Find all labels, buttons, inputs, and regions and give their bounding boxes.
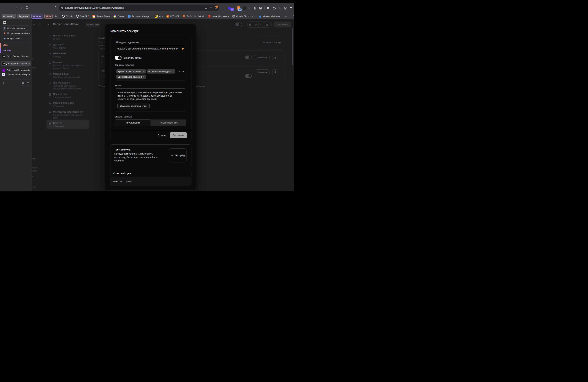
delete-icon[interactable] (264, 22, 270, 27)
space-label-utils[interactable]: Utils (3, 44, 7, 46)
save-button[interactable]: Сохранить (170, 132, 187, 138)
webhook-row-toggle[interactable] (245, 56, 252, 59)
change-secret-button[interactable]: Изменить секретный ключ (117, 103, 150, 109)
bookmark-chatgpt[interactable]: ChatGPT (76, 15, 89, 18)
forward-button[interactable] (20, 6, 23, 9)
workspace-chip-redakcia[interactable]: Редакция (17, 14, 30, 19)
site-info-icon[interactable] (61, 6, 63, 9)
nav-item-workflows[interactable]: Рабочие процессы7 Активный (48, 102, 89, 108)
embed-code-icon[interactable] (259, 22, 264, 27)
address-bar[interactable]: app.cal.com/event-types/1930745?tabName=… (59, 5, 219, 11)
all-bookmarks-button[interactable]: Все закладки (293, 15, 294, 18)
nav-item-advanced[interactable]: РасширенныеНастройки календаря и ещё... (48, 73, 89, 79)
sidebar-toggle-icon[interactable] (267, 6, 270, 10)
event-enabled-toggle[interactable] (235, 22, 242, 26)
nav-item-apps[interactable]: Приложения0 apps, 0 Активный (48, 93, 89, 99)
bookmark-password-manager[interactable]: Password Manage... (128, 15, 151, 18)
event-triggers-multiselect[interactable]: Бронирование отменено× Бронирование созд… (115, 68, 186, 80)
webhook-edit-button[interactable]: Изменить (255, 55, 270, 60)
trigger-chip[interactable]: Бронирование изменено× (116, 75, 146, 79)
back-button[interactable] (15, 6, 18, 9)
apps-grid-icon[interactable] (54, 15, 57, 18)
bookmark-google[interactable]: Google (113, 15, 124, 18)
send-to-device-icon[interactable] (205, 6, 208, 9)
workspace-chip-utils[interactable]: Utils (44, 14, 53, 19)
copy-link-icon[interactable] (253, 22, 259, 27)
share-icon[interactable] (210, 6, 212, 9)
link-icon (48, 35, 51, 37)
toolbar-divider (264, 6, 265, 10)
extension-icon-dark[interactable] (243, 6, 247, 10)
sidebar-tab-make[interactable]: Call.com & Kommo & Sa (1, 68, 31, 72)
extension-badge-icon[interactable]: 1 (214, 6, 217, 9)
back-arrow-icon[interactable] (47, 23, 50, 26)
bookmarks-overflow-chevron[interactable]: » (285, 15, 287, 18)
remove-icon[interactable]: × (143, 76, 144, 78)
pinned-tab-gemini[interactable]: ✦ Google Gemini (2, 36, 30, 41)
wallet-icon[interactable] (273, 7, 276, 10)
extension-icon-ae[interactable]: æ (249, 6, 251, 10)
remove-icon[interactable]: × (172, 70, 173, 73)
vpn-shield-icon[interactable] (284, 7, 287, 10)
bookmark-pstnet[interactable]: PST.NET (167, 15, 179, 18)
page-search-icon[interactable] (259, 7, 262, 10)
clear-all-icon[interactable] (178, 70, 181, 73)
nav-item-recurring[interactable]: ПовторяющеесяНастройте расписание с повт… (48, 81, 89, 90)
enable-webhook-toggle[interactable] (115, 56, 122, 60)
page-save-button[interactable]: Сохранить (274, 21, 291, 27)
chevron-down-icon[interactable] (33, 23, 35, 26)
workspace-chip-gooffer[interactable]: GoOffer (31, 14, 43, 19)
close-tab-icon[interactable]: × (28, 63, 30, 65)
test-ping-button[interactable]: Тест ping (169, 148, 187, 162)
cancel-button[interactable]: Отмена (158, 134, 166, 137)
bookmark-codewars[interactable]: Home | Codewars (208, 15, 229, 18)
pinned-tab-streamlit[interactable]: ♛ streamlit main app (2, 25, 30, 31)
new-webhook-button[interactable]: Новый веб-хук (260, 36, 284, 49)
subscriber-url-input[interactable]: https://my-api-udaw.onrender.com/api/v1/… (115, 45, 186, 52)
webhook-edit-button[interactable]: Изменить (255, 69, 270, 75)
bookmark-github[interactable]: GitHub (62, 15, 72, 18)
google-icon (113, 15, 116, 18)
search-icon[interactable] (38, 23, 41, 26)
extensions-puzzle-icon[interactable] (253, 7, 256, 10)
bookmark-microsoft[interactable]: Miroslav - Microso... (259, 15, 281, 18)
nav-item-webhooks[interactable]: Вебхуки2 Активный (48, 122, 89, 128)
chevron-down-icon[interactable] (182, 70, 184, 73)
space-label-gooffer[interactable]: GoOffer (3, 49, 11, 52)
nav-item-assignment[interactable]: НазначениеПо кругу (48, 52, 89, 58)
ai-sparkle-icon[interactable] (278, 7, 281, 10)
sidebar-tab-kommo[interactable]: K Kommo: Leads, kirillgoof (1, 72, 31, 77)
preview-icon[interactable] (248, 22, 253, 27)
bookmark-miro[interactable]: Miro (155, 15, 163, 18)
nav-item-limits[interactable]: ЛимитыКак часто можно забронировать для … (48, 61, 89, 70)
nav-item-event-setup[interactable]: Настройка события90 мин. (48, 34, 89, 40)
zap-icon (48, 102, 51, 105)
bookmark-gitlab[interactable]: To-Do List · GitLab (183, 15, 204, 18)
webhook-delete-button[interactable] (272, 69, 278, 75)
password-manager-icon (128, 15, 131, 18)
sidebar-tab-cal-1[interactable]: Cal Тип события | Cal.com (1, 54, 31, 58)
extension-icon-orange[interactable]: 22 (237, 6, 240, 10)
panel-toggle-icon[interactable] (2, 21, 6, 24)
workspace-chip-ai-learning[interactable]: AI Learning (2, 14, 16, 19)
event-actions-group (248, 21, 270, 28)
pinned-tab-claude[interactable]: ✳ Исправление ошибки и (2, 31, 30, 36)
bookmark-yandex-mail[interactable]: Яндекс Почта (92, 15, 110, 18)
payload-custom-option[interactable]: Пользовательский (151, 119, 187, 126)
remove-icon[interactable]: × (143, 70, 144, 73)
nav-item-instant-booking[interactable]: Мгновенное бронированиеПозвольте людям б… (48, 110, 89, 119)
bookmark-google-cloud[interactable]: Google Cloud con... (232, 15, 255, 18)
menu-icon[interactable] (289, 6, 293, 10)
webhooks-settings-link[interactable]: вебхуков (196, 85, 205, 87)
reload-button[interactable] (25, 6, 29, 9)
new-tab-button[interactable] (2, 82, 5, 84)
bookmark-icon[interactable] (54, 6, 57, 9)
webhook-delete-button[interactable] (272, 55, 278, 60)
nav-item-availability[interactable]: ДоступностьЧасы работы (48, 43, 89, 49)
scrollbar-thumb[interactable] (292, 28, 293, 65)
payload-default-option[interactable]: По умолчанию (115, 119, 151, 126)
trigger-chip[interactable]: Бронирование создано× (147, 69, 175, 74)
trigger-chip[interactable]: Бронирование отменено× (116, 69, 146, 74)
webhook-form-card: URL-адрес подписчика https://my-api-udaw… (110, 37, 191, 141)
webhook-row-toggle[interactable] (245, 74, 252, 78)
